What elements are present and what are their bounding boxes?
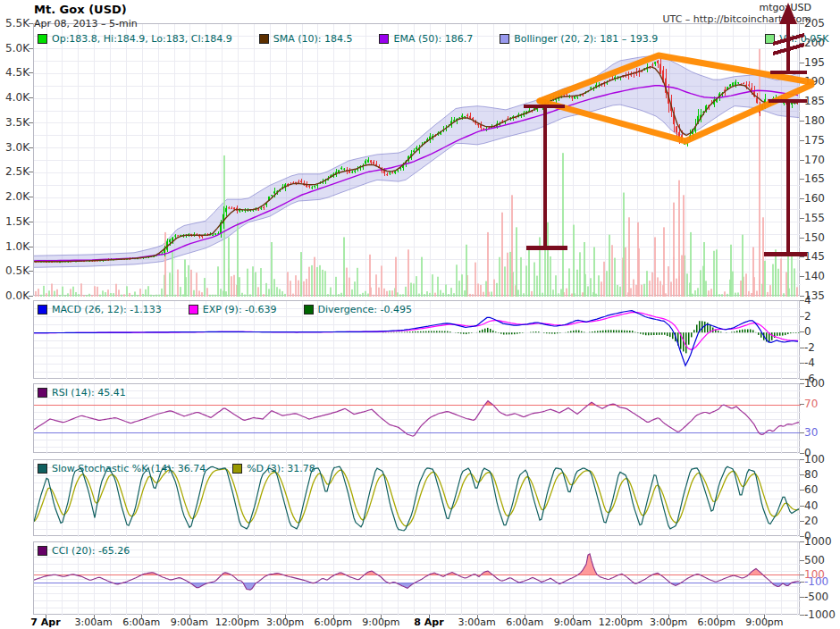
axis-tick bbox=[800, 256, 804, 257]
axis-tick bbox=[429, 615, 430, 618]
axis-tick bbox=[800, 101, 804, 102]
main-plot bbox=[34, 24, 801, 297]
axis-tick bbox=[94, 615, 95, 618]
axis-tick bbox=[29, 97, 33, 98]
legend-label: MACD (26, 12): -1.133 bbox=[52, 304, 162, 315]
axis-label: 165 bbox=[804, 172, 825, 185]
axis-tick bbox=[800, 541, 804, 542]
axis-label: 1.0K bbox=[0, 240, 29, 253]
axis-tick bbox=[29, 197, 33, 197]
axis-tick bbox=[46, 615, 46, 618]
chart-subtitle: Apr 08, 2013 – 5-min bbox=[34, 18, 138, 29]
legend-item: RSI (14): 45.41 bbox=[38, 387, 126, 398]
price-chart-panel bbox=[33, 23, 800, 296]
rsi-line bbox=[34, 401, 799, 437]
legend-swatch bbox=[38, 34, 47, 44]
legend-swatch bbox=[189, 305, 198, 314]
axis-tick bbox=[29, 122, 33, 123]
axis-tick bbox=[29, 271, 33, 272]
axis-tick bbox=[800, 121, 804, 122]
axis-tick bbox=[800, 238, 804, 239]
macd-legend: MACD (26, 12): -1.133EXP (9): -0.639Dive… bbox=[38, 304, 412, 315]
axis-label: 170 bbox=[804, 154, 825, 166]
legend-label: Op:183.8, Hi:184.9, Lo:183, Cl:184.9 bbox=[52, 33, 232, 45]
legend-swatch bbox=[500, 34, 509, 44]
cci-plot bbox=[34, 542, 801, 616]
axis-label: 0.0K bbox=[0, 289, 29, 302]
axis-tick bbox=[800, 160, 804, 161]
axis-label: 140 bbox=[804, 270, 825, 282]
axis-label: 180 bbox=[804, 114, 825, 127]
axis-label: 100 bbox=[804, 377, 825, 390]
axis-label: 1.5K bbox=[0, 215, 29, 228]
legend-label: RSI (14): 45.41 bbox=[52, 387, 126, 398]
legend-label: Slow Stochastic %K (14): 36.74 bbox=[52, 463, 206, 474]
axis-tick bbox=[800, 81, 804, 82]
axis-label: -100 bbox=[804, 575, 828, 588]
axis-label: 185 bbox=[804, 95, 825, 107]
axis-label: 100 bbox=[804, 453, 825, 465]
axis-tick bbox=[800, 560, 804, 561]
rsi-legend: RSI (14): 45.41 bbox=[38, 387, 126, 398]
legend-swatch bbox=[379, 34, 389, 44]
axis-label: 155 bbox=[804, 212, 825, 224]
axis-label: 5.0K bbox=[0, 42, 29, 55]
legend-item: CCI (20): -65.26 bbox=[38, 545, 130, 557]
legend-item: EXP (9): -0.639 bbox=[189, 304, 277, 315]
axis-tick bbox=[29, 247, 33, 247]
legend-item: %D (3): 31.78 bbox=[232, 463, 315, 474]
axis-tick bbox=[800, 404, 804, 405]
axis-label: 195 bbox=[804, 56, 825, 69]
axis-label: 30 bbox=[804, 426, 818, 439]
axis-label: 145 bbox=[804, 250, 825, 263]
axis-label: 2.5K bbox=[0, 165, 29, 178]
legend-item: Op:183.8, Hi:184.9, Lo:183, Cl:184.9 bbox=[38, 33, 232, 45]
axis-tick bbox=[800, 63, 804, 63]
legend-swatch bbox=[304, 305, 314, 314]
axis-tick bbox=[29, 222, 33, 222]
axis-label: 2 bbox=[804, 310, 811, 323]
legend-label: EMA (50): 186.7 bbox=[393, 33, 473, 45]
axis-tick bbox=[29, 72, 33, 73]
axis-tick bbox=[800, 179, 804, 180]
axis-tick bbox=[800, 459, 804, 460]
axis-tick bbox=[238, 615, 239, 618]
axis-tick bbox=[141, 615, 142, 618]
source-url-watermark: UTC – http://bitcoincharts.com bbox=[663, 13, 811, 25]
axis-tick bbox=[800, 521, 804, 522]
legend-label: %D (3): 31.78 bbox=[247, 463, 315, 474]
legend-label: EXP (9): -0.639 bbox=[203, 304, 277, 315]
axis-label: 3.0K bbox=[0, 141, 29, 154]
legend-swatch bbox=[38, 546, 47, 556]
axis-label: 4 bbox=[804, 294, 811, 306]
axis-tick bbox=[800, 300, 804, 301]
legend-item: SMA (10): 184.5 bbox=[259, 33, 353, 45]
chart-title: Mt. Gox (USD) bbox=[34, 3, 127, 16]
axis-label: 40 bbox=[804, 499, 818, 512]
axis-tick bbox=[189, 615, 190, 618]
axis-label: 160 bbox=[804, 192, 825, 205]
axis-tick bbox=[333, 615, 334, 618]
axis-tick bbox=[285, 615, 286, 618]
legend-item: Bollinger (20, 2): 181 – 193.9 bbox=[500, 33, 658, 45]
legend-label: Divergence: -0.495 bbox=[318, 304, 412, 315]
axis-label: 60 bbox=[804, 483, 818, 496]
axis-label: -1000 bbox=[804, 608, 836, 621]
axis-label: 20 bbox=[804, 515, 818, 527]
cci-panel bbox=[33, 541, 800, 615]
axis-tick bbox=[800, 218, 804, 219]
axis-label: 175 bbox=[804, 134, 825, 147]
axis-tick bbox=[800, 615, 804, 616]
bitcoincharts-screenshot: Mt. Gox (USD) Apr 08, 2013 – 5-min mtgox… bbox=[0, 0, 840, 629]
cci-legend: CCI (20): -65.26 bbox=[38, 545, 130, 557]
axis-tick bbox=[800, 140, 804, 141]
axis-label: 4.5K bbox=[0, 66, 29, 79]
legend-item: Divergence: -0.495 bbox=[304, 304, 412, 315]
rsi-panel bbox=[33, 383, 800, 453]
axis-tick bbox=[668, 615, 669, 618]
axis-tick bbox=[29, 48, 33, 49]
legend-label: Bollinger (20, 2): 181 – 193.9 bbox=[514, 33, 658, 45]
symbol-watermark: mtgoxUSD bbox=[760, 2, 811, 13]
legend-swatch bbox=[38, 464, 47, 474]
legend-label: Vol: 0.05K bbox=[779, 33, 828, 45]
